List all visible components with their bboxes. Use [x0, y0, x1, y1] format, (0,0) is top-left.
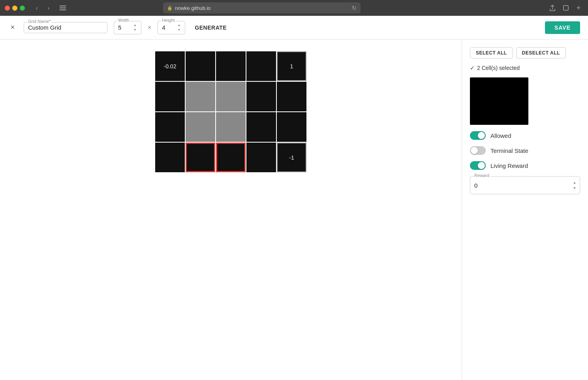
maximize-traffic-light[interactable]: [20, 6, 25, 11]
sidebar: SELECT ALL DESELECT ALL ✓ 2 Cell(s) sele…: [462, 40, 588, 380]
grid-cell[interactable]: [155, 82, 185, 111]
grid-cell[interactable]: -0.02: [155, 51, 185, 81]
living-reward-toggle-track: [470, 161, 486, 170]
terminal-state-toggle-thumb: [471, 147, 478, 154]
svg-rect-2: [60, 9, 66, 10]
height-label: Height: [161, 18, 175, 23]
close-traffic-light[interactable]: [5, 6, 10, 11]
living-reward-toggle-thumb: [478, 162, 485, 169]
titlebar: ‹ › 🔒 nowke.github.io ↻ +: [0, 0, 588, 16]
lock-icon: 🔒: [167, 6, 173, 11]
height-field-wrapper: Height ▲ ▼: [158, 21, 185, 34]
toolbar: × Grid Name* Width ▲ ▼ × Height ▲ ▼ GENE…: [0, 16, 588, 40]
save-button[interactable]: SAVE: [545, 21, 580, 34]
width-label: Width: [117, 18, 130, 23]
width-decrement-button[interactable]: ▼: [132, 28, 139, 32]
width-increment-button[interactable]: ▲: [132, 23, 139, 28]
grid-cell[interactable]: [216, 143, 246, 172]
grid-cell[interactable]: -1: [277, 143, 306, 172]
forward-button[interactable]: ›: [43, 3, 54, 13]
generate-button[interactable]: GENERATE: [192, 22, 230, 33]
minimize-traffic-light[interactable]: [12, 6, 17, 11]
height-input[interactable]: [162, 24, 175, 31]
width-input[interactable]: [118, 24, 131, 31]
grid-cell[interactable]: [216, 82, 246, 111]
cell-value: -0.02: [164, 63, 177, 70]
grid-name-input[interactable]: [28, 24, 103, 31]
reward-label: Reward: [473, 173, 490, 178]
allowed-toggle-row: Allowed: [470, 131, 580, 140]
terminal-state-toggle-track: [470, 146, 486, 155]
url-bar[interactable]: 🔒 nowke.github.io ↻: [163, 2, 361, 13]
check-icon: ✓: [470, 65, 475, 71]
grid-cell[interactable]: 1: [277, 51, 306, 81]
reward-stepper: ▲ ▼: [570, 180, 579, 191]
terminal-state-toggle-row: Terminal State: [470, 146, 580, 155]
terminal-state-label: Terminal State: [490, 147, 528, 154]
height-decrement-button[interactable]: ▼: [175, 28, 182, 32]
svg-rect-3: [564, 6, 568, 10]
living-reward-toggle-row: Living Reward: [470, 161, 580, 170]
height-increment-button[interactable]: ▲: [175, 23, 182, 28]
allowed-toggle-thumb: [478, 132, 485, 139]
cell-preview: [470, 77, 528, 125]
grid-cell[interactable]: [216, 51, 246, 81]
width-field-wrapper: Width ▲ ▼: [114, 21, 141, 34]
grid: -0.021-1: [155, 51, 306, 172]
grid-cell[interactable]: [246, 143, 276, 172]
reward-input[interactable]: [474, 182, 570, 189]
url-text: nowke.github.io: [175, 5, 210, 11]
allowed-label: Allowed: [490, 132, 511, 139]
grid-cell[interactable]: [246, 82, 276, 111]
grid-name-label: Grid Name*: [27, 19, 51, 24]
traffic-lights: [5, 6, 25, 11]
grid-cell[interactable]: [277, 112, 306, 142]
times-symbol: ×: [148, 24, 151, 31]
allowed-toggle-track: [470, 131, 486, 140]
grid-cell[interactable]: [186, 112, 215, 142]
grid-cell[interactable]: [186, 143, 215, 172]
share-button[interactable]: [547, 3, 558, 13]
reward-increment-button[interactable]: ▲: [570, 180, 579, 185]
main-content: -0.021-1 SELECT ALL DESELECT ALL ✓ 2 Cel…: [0, 40, 588, 380]
tab-overview-button[interactable]: [560, 3, 571, 13]
grid-name-field-wrapper: Grid Name*: [24, 22, 107, 33]
grid-cell[interactable]: [186, 51, 215, 81]
svg-rect-1: [60, 8, 66, 8]
reward-decrement-button[interactable]: ▼: [570, 185, 579, 191]
browser-window: × Grid Name* Width ▲ ▼ × Height ▲ ▼ GENE…: [0, 16, 588, 380]
svg-rect-0: [60, 6, 66, 6]
sidebar-toggle-button[interactable]: [57, 3, 68, 13]
cell-value: 1: [290, 63, 293, 70]
cells-selected-text: 2 Cell(s) selected: [477, 65, 520, 71]
grid-cell[interactable]: [246, 112, 276, 142]
height-stepper: ▲ ▼: [175, 23, 182, 32]
deselect-all-button[interactable]: DESELECT ALL: [516, 47, 566, 58]
reward-wrapper: Reward ▲ ▼: [470, 176, 580, 194]
nav-buttons: ‹ ›: [31, 3, 54, 13]
grid-cell[interactable]: [155, 112, 185, 142]
titlebar-actions: +: [547, 3, 583, 13]
grid-area: -0.021-1: [0, 40, 462, 380]
new-tab-button[interactable]: +: [574, 3, 583, 13]
grid-cell[interactable]: [216, 112, 246, 142]
grid-cell[interactable]: [186, 82, 215, 111]
refresh-icon[interactable]: ↻: [352, 5, 357, 11]
allowed-toggle[interactable]: [470, 131, 486, 140]
width-stepper: ▲ ▼: [132, 23, 139, 32]
select-buttons: SELECT ALL DESELECT ALL: [470, 47, 580, 58]
living-reward-label: Living Reward: [490, 162, 528, 169]
grid-cell[interactable]: [246, 51, 276, 81]
terminal-state-toggle[interactable]: [470, 146, 486, 155]
back-button[interactable]: ‹: [31, 3, 42, 13]
cell-value: -1: [289, 154, 294, 161]
grid-cell[interactable]: [155, 143, 185, 172]
cells-selected-info: ✓ 2 Cell(s) selected: [470, 65, 580, 71]
grid-cell[interactable]: [277, 82, 306, 111]
close-button[interactable]: ×: [8, 23, 17, 32]
living-reward-toggle[interactable]: [470, 161, 486, 170]
select-all-button[interactable]: SELECT ALL: [470, 47, 513, 58]
